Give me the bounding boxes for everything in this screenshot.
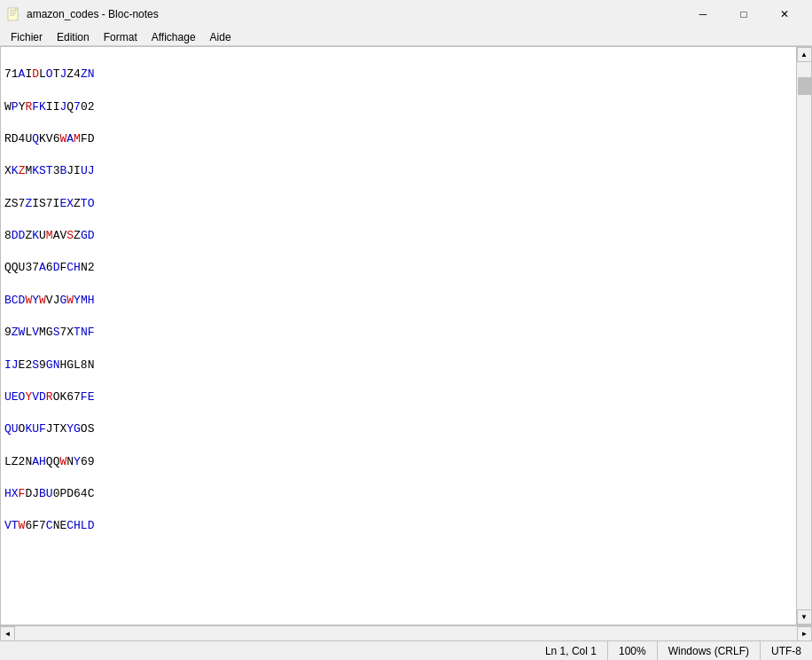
code-line-12: QUOKUFJTXYGOS — [4, 421, 792, 437]
svg-rect-2 — [10, 12, 16, 12]
code-line-2: WPYRFKIIJQ702 — [4, 99, 792, 115]
scrollbar-vertical[interactable]: ▲ ▼ — [796, 47, 811, 625]
maximize-button[interactable]: □ — [723, 0, 764, 28]
status-position: Ln 1, Col 1 — [535, 641, 608, 660]
scrollbar-horizontal[interactable]: ◄ ► — [0, 625, 812, 640]
code-line-11: UEOYVDROK67FE — [4, 389, 792, 405]
window-title: amazon_codes - Bloc-notes — [27, 8, 159, 20]
editor-area: 71AIDLOTJZ4ZN WPYRFKIIJQ702 RD4UQKV6WAMF… — [0, 46, 812, 625]
scroll-down-button[interactable]: ▼ — [797, 609, 812, 625]
svg-rect-1 — [10, 10, 16, 11]
scroll-up-button[interactable]: ▲ — [797, 47, 812, 62]
menu-fichier[interactable]: Fichier — [4, 29, 50, 45]
code-line-13: LZ2NAHQQWNY69 — [4, 454, 792, 470]
menu-affichage[interactable]: Affichage — [144, 29, 203, 45]
code-line-6: 8DDZKUMAVSZGD — [4, 228, 792, 244]
code-line-10: IJE2S9GNHGL8N — [4, 358, 792, 373]
scroll-left-button[interactable]: ◄ — [0, 626, 15, 641]
scroll-h-track[interactable] — [15, 626, 797, 640]
code-line-8: BCDWYWVJGWYMH — [4, 293, 792, 309]
code-line-1: 71AIDLOTJZ4ZN — [4, 67, 792, 82]
menu-edition[interactable]: Edition — [50, 29, 97, 45]
editor-content[interactable]: 71AIDLOTJZ4ZN WPYRFKIIJQ702 RD4UQKV6WAMF… — [1, 47, 796, 625]
scroll-right-button[interactable]: ► — [797, 626, 812, 641]
code-line-3: RD4UQKV6WAMFD — [4, 131, 792, 147]
code-line-5: ZS7ZIS7IEXZTO — [4, 196, 792, 212]
svg-rect-4 — [10, 15, 14, 16]
title-bar-left: amazon_codes - Bloc-notes — [7, 7, 159, 21]
menu-aide[interactable]: Aide — [203, 29, 238, 45]
code-line-15: VTW6F7CNECHLD — [4, 518, 792, 534]
status-line-ending: Windows (CRLF) — [658, 641, 761, 660]
menu-format[interactable]: Format — [97, 29, 144, 45]
code-line-14: HXFDJBU0PD64C — [4, 486, 792, 502]
status-empty — [0, 641, 535, 660]
status-bar: Ln 1, Col 1 100% Windows (CRLF) UTF-8 — [0, 640, 812, 660]
code-line-7: QQU37A6DFCHN2 — [4, 260, 792, 276]
minimize-button[interactable]: ─ — [683, 0, 723, 28]
title-bar: amazon_codes - Bloc-notes ─ □ ✕ — [0, 0, 812, 28]
title-bar-controls: ─ □ ✕ — [683, 0, 805, 28]
code-line-9: 9ZWLVMGS7XTNF — [4, 325, 792, 341]
scroll-thumb[interactable] — [798, 77, 811, 95]
status-encoding: UTF-8 — [761, 641, 812, 660]
menu-bar: Fichier Edition Format Affichage Aide — [0, 28, 812, 46]
close-button[interactable]: ✕ — [764, 0, 805, 28]
app-icon — [7, 7, 21, 21]
code-line-4: XKZMKST3BJIUJ — [4, 163, 792, 179]
status-zoom: 100% — [608, 641, 658, 660]
svg-rect-3 — [10, 13, 16, 14]
